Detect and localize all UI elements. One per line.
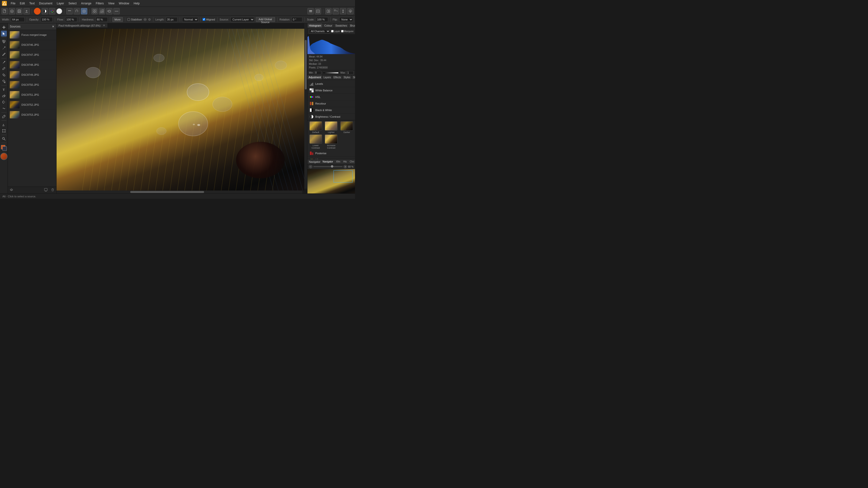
menu-view[interactable]: View (106, 1, 117, 6)
source-dropdown[interactable]: Current Layer (230, 17, 254, 22)
adj-tab-effects[interactable]: Effects (332, 75, 342, 79)
horizontal-scrollbar[interactable] (57, 191, 302, 193)
tool-mode-3[interactable] (81, 8, 87, 14)
swatches-tab[interactable]: Swatches (334, 23, 349, 28)
width-input[interactable] (11, 17, 25, 22)
tool-shapes[interactable] (1, 39, 7, 44)
tool-transform[interactable] (1, 128, 7, 134)
source-add-btn[interactable] (44, 188, 48, 192)
tool-select[interactable] (1, 31, 7, 37)
sources-close-btn[interactable]: ✕ (52, 25, 54, 28)
source-visibility-btn[interactable] (10, 188, 13, 192)
adj-tab-styles[interactable]: Styles (342, 75, 351, 79)
source-item-9751[interactable]: DSC9751.JPG (8, 90, 56, 100)
zoom-out-btn[interactable]: − (309, 165, 312, 168)
hardness-input[interactable] (96, 17, 108, 22)
preset-default[interactable]: Default (308, 121, 323, 133)
export-panel-btn[interactable] (315, 8, 321, 14)
source-item-focus[interactable]: Focus merged image (8, 30, 56, 40)
layers-panel-btn[interactable] (307, 8, 314, 14)
marquee-check[interactable]: Marquee (341, 30, 353, 33)
histogram-tab[interactable]: Histogram (307, 23, 323, 28)
preset-lower-contrast[interactable]: Lower Contrast (308, 134, 323, 149)
tool-mode-1[interactable] (66, 8, 73, 14)
tool-mode-2[interactable] (74, 8, 80, 14)
export-btn[interactable] (23, 8, 30, 14)
zoom-slider[interactable] (313, 166, 343, 167)
layout-btn[interactable] (325, 8, 332, 14)
source-delete-btn[interactable] (51, 188, 54, 192)
opacity-input[interactable] (40, 17, 53, 22)
source-item-9752[interactable]: DSC9752.JPG (8, 100, 56, 110)
tool-erase[interactable] (1, 93, 7, 99)
adj-white-balance[interactable]: White Balance (307, 87, 355, 94)
colour-tab[interactable]: Colour (323, 23, 334, 28)
more-btn[interactable] (113, 8, 120, 14)
menu-document[interactable]: Document (37, 1, 54, 6)
color-wheel-btn[interactable] (49, 8, 55, 14)
adj-brightness-contrast[interactable]: Brightness / Contrast (307, 113, 355, 120)
layer-check[interactable]: Layer (331, 30, 340, 33)
tool-paint[interactable] (1, 60, 7, 65)
tool-pen[interactable] (1, 45, 7, 51)
menu-text[interactable]: Text (27, 1, 37, 6)
menu-edit[interactable]: Edit (18, 1, 27, 6)
tool-move[interactable] (1, 24, 7, 30)
preset-increase-contrast[interactable]: Increase Contrast (324, 134, 339, 149)
adj-tab-layers[interactable]: Layers (322, 75, 332, 79)
snap-btn[interactable] (91, 8, 98, 14)
brushes-tab[interactable]: Brushes (349, 23, 355, 28)
color-preview-large[interactable] (0, 153, 7, 160)
adj-recolour[interactable]: Recolour (307, 100, 355, 107)
vertical-scrollbar[interactable] (304, 23, 307, 189)
tool-colorpick[interactable] (1, 113, 7, 119)
zoom-slider-thumb[interactable] (331, 165, 333, 168)
length-input[interactable] (166, 17, 178, 22)
source-item-9748[interactable]: DSC9748.JPG (8, 60, 56, 70)
tool-clone[interactable] (1, 72, 7, 78)
zoom-in-btn[interactable]: + (344, 165, 347, 168)
flip-dropdown[interactable]: None (339, 17, 353, 22)
source-item-9746[interactable]: DSC9746.JPG (8, 40, 56, 50)
view-btn[interactable] (99, 8, 105, 14)
source-item-9750[interactable]: DSC9750.JPG (8, 80, 56, 90)
zoom-to-fit-btn[interactable] (333, 8, 339, 14)
preset-lighter[interactable]: Lighter (324, 121, 339, 133)
flow-input[interactable] (65, 17, 77, 22)
menu-select[interactable]: Select (67, 1, 79, 6)
menu-window[interactable]: Window (117, 1, 131, 6)
preset-darker[interactable]: Darker (339, 121, 354, 133)
tool-brush[interactable] (1, 66, 7, 72)
adj-black-white[interactable]: Black & White (307, 107, 355, 113)
adj-vibrance[interactable]: Vibrance (307, 157, 355, 159)
source-item-9747[interactable]: DSC9747.JPG (8, 50, 56, 60)
horizontal-scrollbar-thumb[interactable] (130, 191, 204, 193)
tool-smudge[interactable] (1, 105, 7, 111)
histogram-channel-dropdown[interactable]: All Channels (309, 29, 330, 33)
history-btn[interactable] (106, 8, 113, 14)
source-item-9753[interactable]: DSC9753.JPG (8, 110, 56, 120)
tone-btn[interactable] (42, 8, 48, 14)
stabiliser-check[interactable]: Stabiliser (127, 18, 142, 21)
adj-tab-adjustment[interactable]: Adjustment (307, 75, 322, 79)
menu-layer[interactable]: Layer (55, 1, 66, 6)
min-input[interactable] (314, 71, 321, 74)
menu-filters[interactable]: Filters (94, 1, 106, 6)
open-file-btn[interactable] (9, 8, 15, 14)
aligned-check[interactable]: Aligned (203, 18, 215, 21)
rotation-input[interactable] (291, 17, 302, 22)
circle-btn[interactable] (56, 8, 62, 14)
nav-tab-his[interactable]: His (343, 160, 347, 163)
arrange-btn[interactable] (340, 8, 346, 14)
add-global-source-btn[interactable]: Add Global Source (256, 17, 275, 22)
tool-anno[interactable]: A (1, 122, 7, 127)
menu-file[interactable]: File (9, 1, 17, 6)
adj-tab-stock[interactable]: Stock (352, 75, 355, 79)
tool-fill[interactable] (1, 78, 7, 84)
new-file-btn[interactable] (1, 8, 8, 14)
fg-color-swatch[interactable] (1, 145, 7, 151)
tool-dodge[interactable] (1, 99, 7, 105)
max-input[interactable] (347, 71, 353, 74)
adj-hsl[interactable]: HSL (307, 94, 355, 100)
vertical-scrollbar-thumb[interactable] (305, 40, 307, 89)
